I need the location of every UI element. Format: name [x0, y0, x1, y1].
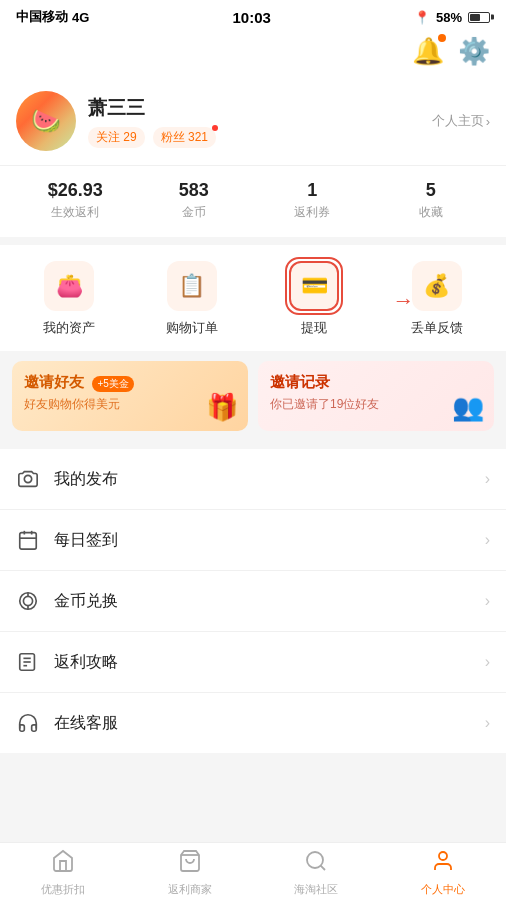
notification-badge [438, 34, 446, 42]
svg-point-14 [307, 852, 323, 868]
bottom-nav: 优惠折扣 返利商家 海淘社区 个人中心 [0, 842, 506, 902]
stat-coins: 583 金币 [135, 180, 254, 221]
coin-icon [16, 589, 40, 613]
shop-icon [178, 849, 202, 879]
wallet-icon: 👛 [56, 273, 83, 299]
menu-item-rebate-strategy[interactable]: 返利攻略 › [0, 632, 506, 693]
camera-icon [16, 467, 40, 491]
nav-item-discount[interactable]: 优惠折扣 [0, 843, 127, 902]
battery-icon [468, 12, 490, 23]
stat-favorites-label: 收藏 [372, 204, 491, 221]
network-label: 4G [72, 10, 89, 25]
action-assets[interactable]: 👛 我的资产 [8, 261, 131, 337]
menu-item-my-posts[interactable]: 我的发布 › [0, 449, 506, 510]
person-icon [431, 849, 455, 879]
svg-rect-1 [20, 533, 37, 550]
divider-1 [0, 237, 506, 245]
calendar-icon [16, 528, 40, 552]
chevron-right-my-posts: › [485, 470, 490, 488]
menu-item-daily-checkin[interactable]: 每日签到 › [0, 510, 506, 571]
nav-spacer [0, 753, 506, 821]
chevron-right-daily-checkin: › [485, 531, 490, 549]
status-right: 📍 58% [414, 10, 490, 25]
withdraw-label: 提现 [301, 319, 327, 337]
profile-tags: 关注 29 粉丝 321 [88, 127, 420, 148]
stat-coins-label: 金币 [135, 204, 254, 221]
settings-button[interactable]: ⚙️ [458, 36, 490, 67]
withdraw-icon: 💳 [301, 273, 328, 299]
invite-friends-card[interactable]: 邀请好友 +5美金 好友购物你得美元 🎁 [12, 361, 248, 431]
svg-line-15 [321, 865, 325, 869]
home-icon [51, 849, 75, 879]
menu-text-my-posts: 我的发布 [54, 469, 485, 490]
chevron-right-online-service: › [485, 714, 490, 732]
lostorder-icon-circle: 💰 [412, 261, 462, 311]
invite-record-card[interactable]: 邀请记录 你已邀请了19位好友 👥 [258, 361, 494, 431]
menu-text-rebate-strategy: 返利攻略 [54, 652, 485, 673]
menu-text-daily-checkin: 每日签到 [54, 530, 485, 551]
invite-friends-title: 邀请好友 [24, 373, 84, 390]
avatar: 🍉 [16, 91, 76, 151]
svg-point-6 [23, 596, 32, 605]
nav-item-community[interactable]: 海淘社区 [253, 843, 380, 902]
assets-icon-circle: 👛 [44, 261, 94, 311]
nav-label-merchant: 返利商家 [168, 882, 212, 897]
stats-row: $26.93 生效返利 583 金币 1 返利券 5 收藏 [0, 165, 506, 237]
stat-vouchers-label: 返利券 [253, 204, 372, 221]
stat-favorites-value: 5 [372, 180, 491, 201]
nav-item-merchant[interactable]: 返利商家 [127, 843, 254, 902]
fans-tag[interactable]: 粉丝 321 [153, 127, 216, 148]
stat-rebate: $26.93 生效返利 [16, 180, 135, 221]
stat-rebate-label: 生效返利 [16, 204, 135, 221]
status-bar: 中国移动 4G 10:03 📍 58% [0, 0, 506, 30]
menu-text-coin-exchange: 金币兑换 [54, 591, 485, 612]
invite-record-sub: 你已邀请了19位好友 [270, 396, 482, 413]
fans-dot [212, 125, 218, 131]
profile-info: 萧三三 关注 29 粉丝 321 [88, 95, 420, 148]
stat-coins-value: 583 [135, 180, 254, 201]
stat-vouchers: 1 返利券 [253, 180, 372, 221]
withdraw-icon-circle: 💳 [289, 261, 339, 311]
carrier-label: 中国移动 [16, 8, 68, 26]
status-left: 中国移动 4G [16, 8, 89, 26]
invite-badge: +5美金 [92, 376, 133, 392]
follow-tag[interactable]: 关注 29 [88, 127, 145, 148]
lostorder-icon: 💰 [423, 273, 450, 299]
action-icons-row: 👛 我的资产 📋 购物订单 💳 提现 ← 💰 丢单反馈 [0, 245, 506, 351]
menu-text-online-service: 在线客服 [54, 713, 485, 734]
menu-list: 我的发布 › 每日签到 › 金币兑换 › [0, 449, 506, 753]
action-orders[interactable]: 📋 购物订单 [131, 261, 254, 337]
invite-friends-title-row: 邀请好友 +5美金 [24, 373, 236, 392]
profile-section: 🍉 萧三三 关注 29 粉丝 321 个人主页 › [0, 77, 506, 165]
orders-icon: 📋 [178, 273, 205, 299]
book-icon [16, 650, 40, 674]
invite-friends-sub: 好友购物你得美元 [24, 396, 236, 413]
chevron-right-icon: › [486, 114, 490, 129]
invite-record-icon: 👥 [452, 392, 484, 423]
nav-label-profile: 个人中心 [421, 882, 465, 897]
username: 萧三三 [88, 95, 420, 121]
lostorder-label: 丢单反馈 [411, 319, 463, 337]
search-icon [304, 849, 328, 879]
profile-link[interactable]: 个人主页 › [432, 112, 490, 130]
notification-button[interactable]: 🔔 [412, 36, 444, 67]
orders-icon-circle: 📋 [167, 261, 217, 311]
battery-label: 58% [436, 10, 462, 25]
menu-item-coin-exchange[interactable]: 金币兑换 › [0, 571, 506, 632]
action-withdraw[interactable]: 💳 提现 ← [253, 261, 376, 337]
chevron-right-rebate-strategy: › [485, 653, 490, 671]
invite-record-title: 邀请记录 [270, 373, 482, 392]
red-arrow: ← [392, 289, 414, 315]
headset-icon [16, 711, 40, 735]
invite-row: 邀请好友 +5美金 好友购物你得美元 🎁 邀请记录 你已邀请了19位好友 👥 [0, 351, 506, 441]
stat-favorites: 5 收藏 [372, 180, 491, 221]
chevron-right-coin-exchange: › [485, 592, 490, 610]
invite-friends-icon: 🎁 [206, 392, 238, 423]
nav-label-discount: 优惠折扣 [41, 882, 85, 897]
time-label: 10:03 [232, 9, 270, 26]
location-icon: 📍 [414, 10, 430, 25]
svg-point-0 [24, 475, 31, 482]
svg-point-16 [439, 852, 447, 860]
menu-item-online-service[interactable]: 在线客服 › [0, 693, 506, 753]
nav-item-profile[interactable]: 个人中心 [380, 843, 507, 902]
